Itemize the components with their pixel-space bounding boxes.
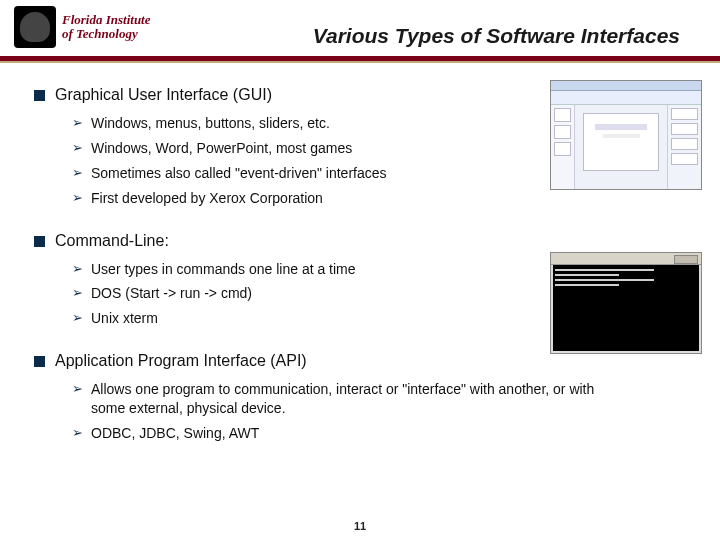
- item-text: ODBC, JDBC, Swing, AWT: [91, 424, 259, 443]
- divider-accent: [0, 61, 720, 63]
- item-text: User types in commands one line at a tim…: [91, 260, 356, 279]
- slide-header: Florida Institute of Technology Various …: [0, 0, 720, 62]
- arrow-bullet-icon: ➢: [72, 425, 83, 440]
- logo-text: Florida Institute of Technology: [62, 13, 151, 40]
- arrow-bullet-icon: ➢: [72, 165, 83, 180]
- section-heading: Graphical User Interface (GUI): [55, 86, 272, 104]
- section-heading: Command-Line:: [55, 232, 169, 250]
- cli-screenshot-thumbnail: [550, 252, 702, 354]
- section-api: Application Program Interface (API) ➢ Al…: [34, 352, 696, 443]
- item-text: Unix xterm: [91, 309, 158, 328]
- arrow-bullet-icon: ➢: [72, 310, 83, 325]
- slide-title: Various Types of Software Interfaces: [313, 24, 680, 48]
- item-text: Allows one program to communication, int…: [91, 380, 631, 418]
- item-text: First developed by Xerox Corporation: [91, 189, 323, 208]
- arrow-bullet-icon: ➢: [72, 140, 83, 155]
- section-heading-row: Command-Line:: [34, 232, 696, 250]
- logo-line2: of Technology: [62, 27, 151, 41]
- list-item: ➢ Allows one program to communication, i…: [72, 380, 696, 418]
- list-item: ➢ ODBC, JDBC, Swing, AWT: [72, 424, 696, 443]
- logo-mark: [14, 6, 56, 48]
- item-text: Windows, menus, buttons, sliders, etc.: [91, 114, 330, 133]
- square-bullet-icon: [34, 356, 45, 367]
- item-text: Sometimes also called "event-driven" int…: [91, 164, 387, 183]
- arrow-bullet-icon: ➢: [72, 261, 83, 276]
- section-heading-row: Application Program Interface (API): [34, 352, 696, 370]
- section-heading: Application Program Interface (API): [55, 352, 307, 370]
- arrow-bullet-icon: ➢: [72, 381, 83, 396]
- gui-screenshot-thumbnail: [550, 80, 702, 190]
- arrow-bullet-icon: ➢: [72, 115, 83, 130]
- list-item: ➢ First developed by Xerox Corporation: [72, 189, 696, 208]
- square-bullet-icon: [34, 90, 45, 101]
- arrow-bullet-icon: ➢: [72, 285, 83, 300]
- logo-line1: Florida Institute: [62, 13, 151, 27]
- item-text: Windows, Word, PowerPoint, most games: [91, 139, 352, 158]
- item-text: DOS (Start -> run -> cmd): [91, 284, 252, 303]
- square-bullet-icon: [34, 236, 45, 247]
- institution-logo: Florida Institute of Technology: [14, 4, 184, 50]
- arrow-bullet-icon: ➢: [72, 190, 83, 205]
- page-number: 11: [0, 520, 720, 532]
- section-items: ➢ Allows one program to communication, i…: [72, 380, 696, 443]
